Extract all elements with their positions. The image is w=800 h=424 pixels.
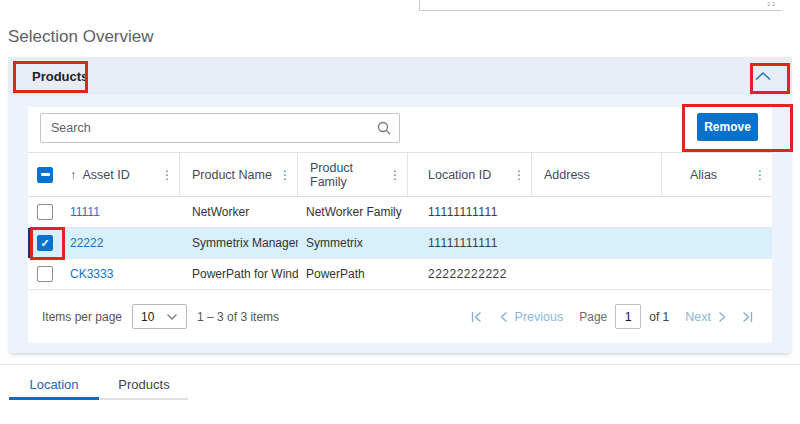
location-id-cell: 22222222222 — [408, 259, 532, 289]
items-range-text: 1 – 3 of 3 items — [197, 310, 279, 324]
partial-element: 22 — [419, 0, 782, 11]
header-cell-asset-id[interactable]: ↑ Asset ID ⋮ — [62, 153, 180, 196]
first-page-icon — [470, 311, 483, 323]
chevron-up-icon — [754, 70, 772, 82]
selected-row-indicator — [28, 228, 32, 258]
header-cell-location-id[interactable]: Location ID ⋮ — [408, 153, 532, 196]
product-name-cell: Symmetrix Managem... — [180, 228, 298, 258]
row-checkbox-checked[interactable]: ✓ — [37, 235, 53, 251]
pagination-bar: Items per page 10 1 – 3 of 3 items — [28, 290, 772, 343]
asset-id-link[interactable]: CK3333 — [70, 267, 113, 281]
address-cell — [532, 259, 662, 289]
table-row[interactable]: 11111 NetWorker NetWorker Family 1111111… — [28, 197, 772, 228]
alias-cell — [662, 197, 772, 227]
address-cell — [532, 197, 662, 227]
page-title: Selection Overview — [8, 27, 154, 47]
table-header-row: ↑ Asset ID ⋮ Product Name ⋮ Product Fami… — [28, 152, 772, 197]
product-name-cell: NetWorker — [180, 197, 298, 227]
last-page-button[interactable] — [741, 311, 754, 323]
column-label: Alias — [690, 168, 717, 182]
items-per-page-label: Items per page — [42, 310, 122, 324]
column-menu-icon[interactable]: ⋮ — [754, 169, 766, 181]
partial-element-text: 22 — [767, 1, 776, 7]
header-cell-product-family[interactable]: Product Family ⋮ — [298, 153, 408, 196]
table-toolbar: Remove — [28, 107, 772, 152]
location-id-cell: 11111111111 — [408, 228, 532, 258]
column-label: Product Name — [192, 168, 272, 182]
product-family-cell: PowerPath — [298, 259, 408, 289]
items-per-page-value: 10 — [141, 310, 154, 324]
products-panel: Products Remove — [8, 57, 792, 353]
chevron-down-icon — [166, 313, 178, 321]
location-id-cell: 11111111111 — [408, 197, 532, 227]
products-panel-title: Products — [24, 69, 88, 84]
items-per-page-select[interactable]: 10 — [132, 304, 187, 329]
column-menu-icon[interactable]: ⋮ — [389, 169, 401, 181]
first-page-button[interactable] — [470, 311, 483, 323]
tabs-divider — [0, 364, 800, 365]
previous-label[interactable]: Previous — [515, 310, 564, 324]
search-input[interactable] — [40, 113, 400, 143]
column-label: Location ID — [428, 168, 491, 182]
product-name-cell: PowerPath for Windo... — [180, 259, 298, 289]
bottom-tabs: Location Products — [9, 370, 189, 398]
page: 22 Selection Overview Products — [0, 0, 800, 424]
column-menu-icon[interactable]: ⋮ — [513, 169, 525, 181]
sort-ascending-icon[interactable]: ↑ — [70, 167, 77, 182]
next-page-button[interactable] — [717, 311, 727, 323]
column-menu-icon[interactable]: ⋮ — [279, 169, 291, 181]
column-label: Address — [544, 168, 590, 182]
products-panel-header[interactable]: Products — [8, 57, 792, 95]
column-menu-icon[interactable]: ⋮ — [161, 169, 173, 181]
page-label: Page — [579, 310, 607, 324]
header-cell-alias[interactable]: Alias ⋮ — [662, 153, 772, 196]
products-table-card: Remove ↑ Asset ID ⋮ Product Name ⋮ Produ… — [28, 107, 772, 343]
indeterminate-mark — [41, 173, 50, 176]
row-checkbox[interactable] — [37, 266, 53, 282]
row-checkbox[interactable] — [37, 204, 53, 220]
tab-products[interactable]: Products — [99, 370, 189, 398]
alias-cell — [662, 259, 772, 289]
column-label: Product Family — [310, 161, 389, 189]
collapse-panel-button[interactable] — [748, 66, 778, 86]
active-tab-underline — [9, 397, 99, 400]
select-all-checkbox[interactable] — [37, 167, 53, 183]
product-family-cell: Symmetrix — [298, 228, 408, 258]
header-cell-select — [28, 153, 62, 196]
header-cell-product-name[interactable]: Product Name ⋮ — [180, 153, 298, 196]
header-cell-address[interactable]: Address — [532, 153, 662, 196]
next-label[interactable]: Next — [685, 310, 711, 324]
next-icon — [717, 311, 727, 323]
previous-page-button[interactable] — [499, 311, 509, 323]
search-icon — [376, 120, 392, 140]
previous-icon — [499, 311, 509, 323]
column-label: Asset ID — [83, 168, 130, 182]
last-page-icon — [741, 311, 754, 323]
product-family-cell: NetWorker Family — [298, 197, 408, 227]
remove-button[interactable]: Remove — [697, 113, 758, 141]
search-box — [40, 113, 400, 143]
address-cell — [532, 228, 662, 258]
asset-id-link[interactable]: 22222 — [70, 236, 103, 250]
table-row[interactable]: CK3333 PowerPath for Windo... PowerPath … — [28, 259, 772, 290]
asset-id-link[interactable]: 11111 — [70, 205, 100, 219]
alias-cell — [662, 228, 772, 258]
page-of-label: of 1 — [649, 310, 669, 324]
page-number-input[interactable] — [615, 304, 641, 329]
table-row-selected[interactable]: ✓ 22222 Symmetrix Managem... Symmetrix 1… — [28, 228, 772, 259]
tab-location[interactable]: Location — [9, 370, 99, 398]
check-icon: ✓ — [40, 238, 49, 249]
